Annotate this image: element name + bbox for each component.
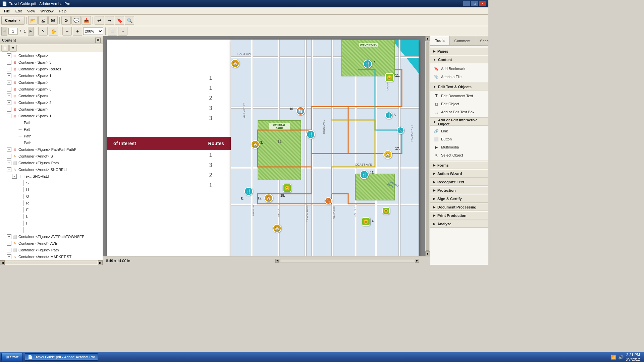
open-button[interactable]: 📂 [28, 16, 38, 25]
tree-item[interactable]: R [0, 200, 103, 206]
scroll-left-btn[interactable]: ◀ [0, 260, 5, 265]
expand-icon[interactable]: + [7, 248, 11, 252]
section-print-header[interactable]: ▶ Print Production [430, 212, 488, 219]
close-button[interactable]: ✕ [479, 1, 486, 6]
panel-filter-button[interactable]: ▼ [9, 45, 17, 52]
hand-tool[interactable]: ✋ [49, 27, 58, 36]
prev-page-button[interactable]: ◀ [1, 27, 7, 36]
select-object-item[interactable]: ↖ Select Object [430, 151, 488, 159]
section-recognize-header[interactable]: ▶ Recognize Text [430, 178, 488, 186]
marker-5-left[interactable]: 🍴 [244, 187, 253, 196]
add-text-box-item[interactable]: ⬚ Add or Edit Text Box [430, 108, 488, 116]
menu-edit[interactable]: Edit [13, 7, 24, 14]
expand-icon[interactable]: + [7, 73, 11, 78]
tab-comment[interactable]: Comment [450, 36, 476, 45]
multimedia-item[interactable]: ▶ Multimedia [430, 143, 488, 151]
tree-item[interactable]: I [0, 220, 103, 227]
section-pages-header[interactable]: ▶ Pages [430, 48, 488, 55]
pdf-content[interactable]: ▲ ▼ 1 1 2 3 3 of Interest Routes [103, 36, 430, 256]
tree-item[interactable]: + ⬜ Container <Figure> Path [0, 160, 103, 166]
button-item[interactable]: ⬜ Button [430, 135, 488, 143]
minimize-button[interactable]: ─ [463, 1, 470, 6]
tree-item[interactable]: + ⊞ Container <Span> Routes [0, 66, 103, 72]
tree-item[interactable]: + ⊞ Container <Span> 2 [0, 99, 103, 106]
marker-repair-bottom[interactable]: 🔧 [325, 197, 332, 204]
expand-icon[interactable]: + [7, 154, 11, 159]
expand-icon[interactable]: + [7, 254, 11, 259]
comment-btn[interactable]: 💬 [71, 16, 81, 25]
tree-item[interactable]: + ⊞ Container <Span> [0, 93, 103, 99]
tree-item[interactable]: − ⊞ Container <Span> 1 [0, 113, 103, 119]
tree-item[interactable]: — Path [0, 139, 103, 146]
edit-doc-text-item[interactable]: T Edit Document Text [430, 92, 488, 100]
page-number-input[interactable] [8, 28, 18, 35]
tree-item[interactable]: + ⊞ Container <Span> 3 [0, 86, 103, 93]
section-protection-header[interactable]: ▶ Protection [430, 187, 488, 194]
marker-house-bottom[interactable]: 🏠 [273, 224, 281, 233]
share-btn[interactable]: 📤 [82, 16, 91, 25]
expand-icon[interactable]: − [7, 167, 11, 172]
link-item[interactable]: 🔗 Link [430, 127, 488, 135]
tab-share[interactable]: Share [475, 36, 488, 45]
marker-12[interactable]: 🏠 [264, 194, 273, 202]
marker-home-left[interactable]: 🏠 [231, 59, 239, 68]
section-content-header[interactable]: ▼ Content [430, 56, 488, 63]
expand-icon[interactable]: + [7, 94, 11, 98]
tree-item[interactable]: + ⬜ Container <Figure> AVEPathTOWNSEP [0, 233, 103, 240]
expand-icon[interactable]: + [7, 107, 11, 112]
expand-icon[interactable]: + [7, 161, 11, 165]
fit-width-button[interactable]: ↔ [118, 27, 127, 36]
next-page-button[interactable]: ▶ [28, 27, 34, 36]
tree-item[interactable]: — Path [0, 119, 103, 126]
print-button[interactable]: 🖨 [38, 16, 48, 25]
vertical-scrollbar[interactable]: ▲ ▼ [425, 36, 430, 256]
menu-file[interactable]: File [1, 7, 13, 14]
tree-item[interactable]: + ⊞ Container <Span> 1 [0, 72, 103, 79]
attach-file-item[interactable]: 📎 Attach a File [430, 73, 488, 81]
tree-item[interactable]: E [0, 206, 103, 213]
expand-icon[interactable]: + [7, 234, 11, 239]
marker-13[interactable]: 🍴 [360, 170, 369, 179]
tree-item[interactable]: + ⊞ Container <Span> [0, 79, 103, 86]
section-doc-processing-header[interactable]: ▶ Document Processing [430, 203, 488, 211]
email-button[interactable]: ✉ [48, 16, 58, 25]
tree-item[interactable]: + ⊞ Container <Span> [0, 106, 103, 113]
menu-view[interactable]: View [24, 7, 38, 14]
expand-icon[interactable]: + [7, 100, 11, 105]
expand-icon[interactable]: + [7, 80, 11, 85]
expand-icon[interactable]: − [12, 174, 17, 179]
edit-object-item[interactable]: ◻ Edit Object [430, 100, 488, 108]
section-sign-header[interactable]: ▶ Sign & Certify [430, 195, 488, 202]
expand-icon[interactable]: + [7, 60, 11, 65]
tree-item[interactable]: H [0, 186, 103, 193]
tree-item[interactable]: + ✎ Container <Annot> MARKET ST [0, 253, 103, 260]
tree-item[interactable]: — Path [0, 126, 103, 133]
back-btn[interactable]: ↩ [95, 16, 104, 25]
expand-icon[interactable]: + [7, 67, 11, 71]
section-edit-text-header[interactable]: ▼ Edit Text & Objects [430, 83, 488, 90]
marker-5-right[interactable]: 🍴 [385, 112, 392, 119]
tree-container[interactable]: + ⊞ Container <Span> + ⊞ Container <Span… [0, 52, 103, 260]
tree-item[interactable]: + ⊞ Container <Span> 3 [0, 59, 103, 66]
marker-10[interactable]: 🔄 [296, 107, 305, 115]
zoom-select[interactable]: 200% 150% 100% 75% [83, 27, 103, 35]
expand-icon[interactable]: + [7, 147, 11, 152]
tab-tools[interactable]: Tools [430, 36, 450, 45]
create-button[interactable]: Create ▼ [1, 16, 24, 25]
section-interactive-header[interactable]: ▼ Add or Edit Interactive Object [430, 118, 488, 126]
tree-item[interactable]: L [0, 213, 103, 220]
tree-item[interactable]: + ⬜ Container <Figure> Path [0, 247, 103, 253]
marker-food-central[interactable]: 🍴 [306, 130, 315, 139]
add-bookmark-item[interactable]: 🔖 Add Bookmark [430, 65, 488, 73]
scroll-down-btn[interactable]: ▼ [425, 251, 430, 256]
marker-18[interactable]: 😊 [283, 184, 291, 192]
tree-item[interactable]: + ⊞ Container <Span> [0, 52, 103, 59]
restore-button[interactable]: □ [471, 1, 478, 6]
section-forms-header[interactable]: ▶ Forms [430, 162, 488, 169]
tools-button[interactable]: ⚙ [61, 16, 71, 25]
fit-page-button[interactable]: ⬜ [108, 27, 117, 36]
tree-item[interactable]: O [0, 193, 103, 200]
marker-repair-right[interactable]: 🔧 [397, 127, 404, 134]
section-action-header[interactable]: ▶ Action Wizard [430, 170, 488, 177]
forward-btn[interactable]: ↪ [105, 16, 114, 25]
